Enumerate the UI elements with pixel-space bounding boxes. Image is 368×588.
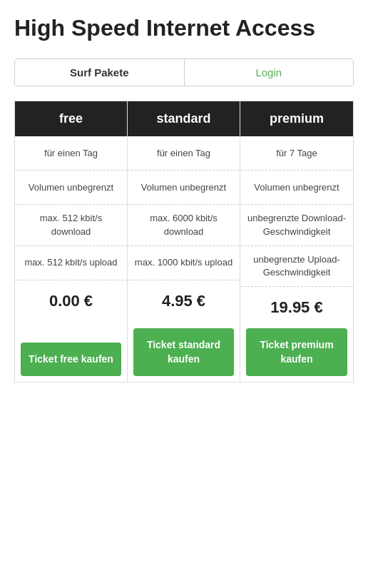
plan-col-premium: premiumfür 7 TageVolumen unbegrenztunbeg…	[240, 101, 353, 382]
plan-button-standard[interactable]: Ticket standard kaufen	[133, 328, 234, 376]
plan-col-free: freefür einen TagVolumen unbegrenztmax. …	[15, 101, 128, 382]
plan-price-free: 0.00 €	[15, 280, 127, 316]
plan-header-premium: premium	[240, 101, 353, 136]
plans-grid: freefür einen TagVolumen unbegrenztmax. …	[14, 101, 354, 382]
plan-price-premium: 19.95 €	[240, 287, 353, 323]
plan-button-premium[interactable]: Ticket premium kaufen	[246, 328, 347, 376]
tab-bar: Surf Pakete Login	[14, 59, 354, 86]
plan-feature-premium-2: unbegrenzte Download-Geschwindigkeit	[240, 205, 353, 245]
plan-price-standard: 4.95 €	[128, 280, 240, 316]
plan-feature-standard-1: Volumen unbegrenzt	[128, 171, 240, 205]
plan-feature-free-0: für einen Tag	[15, 136, 127, 171]
plan-feature-premium-0: für 7 Tage	[240, 136, 353, 171]
plan-feature-standard-0: für einen Tag	[128, 136, 240, 171]
plan-header-standard: standard	[128, 101, 240, 136]
plan-button-free[interactable]: Ticket free kaufen	[21, 343, 121, 377]
plan-feature-standard-2: max. 6000 kbit/s download	[128, 205, 240, 245]
tab-login[interactable]: Login	[185, 59, 354, 86]
plan-feature-standard-3: max. 1000 kbit/s upload	[128, 246, 240, 280]
plan-col-standard: standardfür einen TagVolumen unbegrenztm…	[128, 101, 240, 382]
plan-feature-premium-1: Volumen unbegrenzt	[240, 171, 353, 205]
tab-surf-pakete[interactable]: Surf Pakete	[15, 59, 185, 86]
plan-feature-premium-3: unbegrenzte Upload-Geschwindigkeit	[240, 246, 353, 287]
plan-feature-free-1: Volumen unbegrenzt	[15, 171, 127, 205]
plan-feature-free-3: max. 512 kbit/s upload	[15, 246, 127, 280]
page-title: High Speed Internet Access	[14, 14, 354, 41]
plan-header-free: free	[15, 101, 127, 136]
plan-feature-free-2: max. 512 kbit/s download	[15, 205, 127, 245]
